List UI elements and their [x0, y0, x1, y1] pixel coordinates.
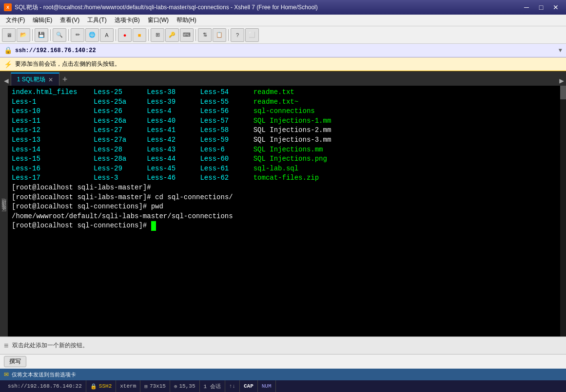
- tab-close-button[interactable]: ✕: [48, 76, 53, 83]
- tab-sql[interactable]: 1 SQL靶场 ✕: [11, 73, 59, 86]
- term-line-10: Less-17 Less-3 Less-46 Less-62 tomcat-fi…: [12, 173, 562, 183]
- compose-button[interactable]: 撰写: [4, 356, 26, 367]
- term-line-1: index.html_files Less-25 Less-38 Less-54…: [12, 88, 562, 97]
- term-line-5: Less-12 Less-27 Less-41 Less-58 SQL Inje…: [12, 126, 562, 135]
- lock-icon: 🔒: [90, 383, 97, 390]
- toolbar-menu-icon: ≡: [4, 341, 8, 350]
- term-line-4: Less-11 Less-26a Less-40 Less-57 SQL Inj…: [12, 116, 562, 126]
- toolbar-btn-stop[interactable]: ■: [133, 28, 146, 42]
- scrollbar-thumb[interactable]: [560, 86, 566, 99]
- terminal-content: index.html_files Less-25 Less-38 Less-54…: [12, 88, 562, 335]
- term-line-8: Less-15 Less-28a Less-44 Less-60 SQL Inj…: [12, 154, 562, 164]
- left-sidebar: 组 话 话 签 区: [0, 86, 8, 336]
- maximize-button[interactable]: □: [535, 2, 547, 12]
- status-dimensions: ⊞ 73x15: [140, 380, 170, 392]
- window-title: SQL靶场 - root@localhost:/home/wwwroot/def…: [15, 3, 318, 12]
- send-icon: ✉: [4, 371, 9, 378]
- toolbar-btn-transfer[interactable]: ⇅: [198, 28, 212, 42]
- status-bar: ssh://192.168.76.140:22 🔒 SSH2 xterm ⊞ 7…: [0, 380, 566, 392]
- status-ssh-label: SSH2: [99, 383, 112, 389]
- toolbar-btn-extra[interactable]: ⬜: [245, 28, 259, 42]
- status-position: ⊕ 15,35: [170, 380, 200, 392]
- toolbar-btn-transfer2[interactable]: 📋: [213, 28, 226, 42]
- info-icon: ⚡: [4, 60, 12, 68]
- send-to-tab-text: 仅将文本发送到当前选项卡: [12, 371, 76, 378]
- title-bar: X SQL靶场 - root@localhost:/home/wwwroot/d…: [0, 0, 566, 15]
- toolbar-btn-compose[interactable]: ✏: [71, 28, 84, 42]
- status-cap-label: CAP: [244, 383, 254, 389]
- terminal-area: 组 话 话 签 区 index.html_files Less-25 Less-…: [0, 86, 566, 336]
- toolbar-btn-red[interactable]: ●: [118, 28, 132, 42]
- toolbar-hint-text: 双击此处添加一个新的按钮。: [12, 341, 88, 350]
- menu-file[interactable]: 文件(F): [2, 15, 29, 25]
- input-area: 撰写: [0, 354, 566, 369]
- info-text: 要添加当前会话，点击左侧的箭头按钮。: [15, 60, 120, 68]
- menu-tab[interactable]: 选项卡(B): [111, 15, 144, 25]
- dimensions-icon: ⊞: [144, 383, 148, 390]
- window-controls: ─ □ ✕: [520, 2, 562, 12]
- term-line-2: Less-1 Less-25a Less-39 Less-55 readme.t…: [12, 97, 562, 107]
- status-xterm: xterm: [116, 380, 140, 392]
- toolbar-sep-1: [32, 29, 33, 41]
- up-arrow-icon: ↑: [229, 383, 233, 389]
- status-arrows: ↑ ↓: [225, 380, 240, 392]
- menu-window[interactable]: 窗口(W): [144, 15, 173, 25]
- status-address-text: ssh://192.168.76.140:22: [8, 383, 82, 389]
- title-bar-left: X SQL靶场 - root@localhost:/home/wwwroot/d…: [4, 3, 318, 12]
- status-address: ssh://192.168.76.140:22: [4, 380, 86, 392]
- toolbar-btn-search[interactable]: 🔍: [53, 28, 66, 42]
- toolbar-btn-save[interactable]: 💾: [35, 28, 48, 42]
- term-prompt-4: [root@localhost sql-connections]#: [12, 221, 562, 231]
- toolbar-sep-2: [50, 29, 51, 41]
- toolbar-sep-7: [228, 29, 229, 41]
- menu-bar: 文件(F) 编辑(E) 查看(V) 工具(T) 选项卡(B) 窗口(W) 帮助(…: [0, 15, 566, 26]
- toolbar-btn-key[interactable]: 🔑: [165, 28, 179, 42]
- toolbar-sep-6: [195, 29, 196, 41]
- menu-view[interactable]: 查看(V): [56, 15, 83, 25]
- terminal[interactable]: index.html_files Less-25 Less-38 Less-54…: [8, 86, 566, 336]
- close-button[interactable]: ✕: [549, 2, 562, 12]
- toolbar-btn-connect[interactable]: 🌐: [85, 28, 99, 42]
- toolbar: 🖥 📂 💾 🔍 ✏ 🌐 A ● ■ ⊞ 🔑 ⌨ ⇅ 📋 ? ⬜: [0, 26, 566, 44]
- terminal-scrollbar[interactable]: [560, 86, 566, 336]
- toolbar-btn-open[interactable]: 📂: [17, 28, 30, 42]
- down-arrow-icon: ↓: [232, 383, 235, 389]
- tab-nav-right[interactable]: ▶: [559, 76, 564, 86]
- tab-nav-left[interactable]: ◀: [2, 76, 11, 86]
- term-prompt-2: [root@localhost sqli-labs-master]# cd sq…: [12, 193, 562, 203]
- status-lock: 🔒 SSH2: [86, 380, 116, 392]
- menu-edit[interactable]: 编辑(E): [29, 15, 56, 25]
- status-xterm-label: xterm: [120, 383, 136, 389]
- toolbar-btn-new[interactable]: 🖥: [2, 28, 16, 42]
- status-num-label: NUM: [262, 383, 272, 389]
- toolbar-btn-font[interactable]: A: [100, 28, 114, 42]
- menu-help[interactable]: 帮助(H): [173, 15, 200, 25]
- status-position-text: 15,35: [179, 383, 195, 389]
- term-line-6: Less-13 Less-27a Less-42 Less-59 SQL Inj…: [12, 135, 562, 145]
- ssh-icon: 🔒: [4, 46, 12, 55]
- status-cap: CAP: [240, 380, 258, 392]
- status-sessions-text: 1 会话: [204, 383, 221, 390]
- term-path: /home/wwwroot/default/sqli-labs-master/s…: [12, 212, 562, 222]
- toolbar-btn-kbd[interactable]: ⌨: [180, 28, 194, 42]
- send-to-tab-bar: ✉ 仅将文本发送到当前选项卡: [0, 369, 566, 380]
- toolbar-sep-4: [116, 29, 116, 41]
- toolbar-btn-help[interactable]: ?: [231, 28, 244, 42]
- term-prompt-3: [root@localhost sql-connections]# pwd: [12, 202, 562, 212]
- menu-tools[interactable]: 工具(T): [83, 15, 110, 25]
- tabs-right-controls: ▶: [559, 76, 564, 86]
- position-icon: ⊕: [174, 383, 177, 390]
- toolbar-btn-split[interactable]: ⊞: [151, 28, 164, 42]
- minimize-button[interactable]: ─: [520, 2, 533, 12]
- tabs-area: ◀ 1 SQL靶场 ✕ + ▶: [0, 71, 566, 86]
- address-arrow[interactable]: ▼: [559, 47, 562, 54]
- info-bar: ⚡ 要添加当前会话，点击左侧的箭头按钮。: [0, 57, 566, 71]
- app-window: X SQL靶场 - root@localhost:/home/wwwroot/d…: [0, 0, 566, 392]
- term-line-7: Less-14 Less-28 Less-43 Less-6 SQL Injec…: [12, 145, 562, 155]
- status-sessions: 1 会话: [200, 380, 225, 392]
- address-text: ssh://192.168.76.140:22: [15, 47, 96, 54]
- status-dimensions-text: 73x15: [150, 383, 166, 389]
- tab-add-button[interactable]: +: [59, 74, 71, 86]
- bottom-toolbar: ≡ 双击此处添加一个新的按钮。: [0, 336, 566, 354]
- term-line-3: Less-10 Less-26 Less-4 Less-56 sql-conne…: [12, 107, 562, 116]
